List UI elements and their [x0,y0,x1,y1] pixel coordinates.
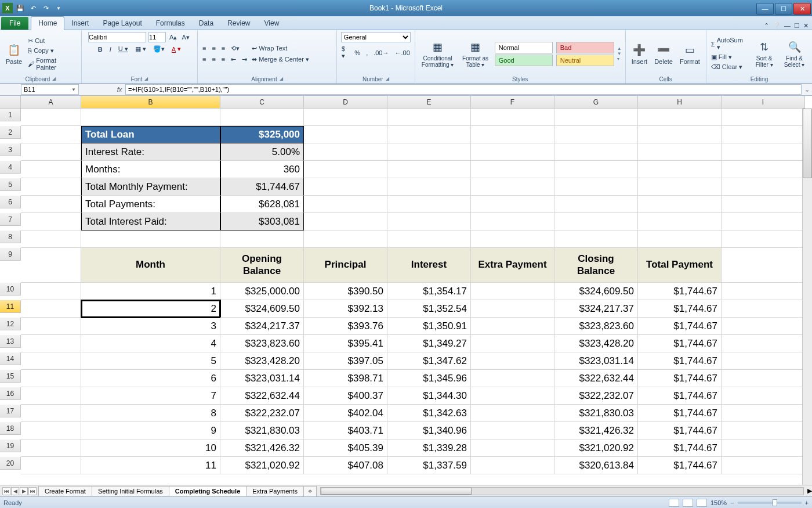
row-header[interactable]: 4 [0,161,21,174]
row-header[interactable]: 2 [0,126,21,139]
row-header[interactable]: 20 [0,457,21,470]
cell[interactable]: $1,744.67 [638,335,722,352]
sheet-tab-completing-schedule[interactable]: Completing Schedule [169,486,246,496]
cell[interactable]: $1,744.67 [638,422,722,439]
cell[interactable] [387,109,471,126]
cell[interactable]: $323,031.14 [220,370,304,387]
cell-style-bad[interactable]: Bad [556,42,614,53]
sheet-nav-last-icon[interactable]: ⏭ [28,487,37,495]
cell[interactable] [21,387,81,405]
cell[interactable] [638,178,722,196]
cell[interactable]: $1,349.27 [387,335,471,352]
cell[interactable] [304,230,387,248]
cell[interactable]: $1,340.96 [387,422,471,439]
alignment-dialog-icon[interactable]: ◢ [280,76,283,82]
zoom-slider[interactable] [738,502,802,504]
cell[interactable] [554,178,638,196]
cell[interactable] [471,178,554,196]
cell[interactable] [81,230,220,248]
cell[interactable] [638,161,722,178]
cell[interactable] [471,352,554,370]
workbook-restore-icon[interactable]: ☐ [794,22,800,30]
font-dialog-icon[interactable]: ◢ [144,76,148,82]
cell[interactable]: Months: [81,161,220,178]
cell[interactable] [638,196,722,213]
insert-cells-button[interactable]: ➕Insert [629,42,650,66]
format-painter-button[interactable]: 🖌Format Painter [27,56,78,71]
cell[interactable]: $402.04 [304,405,387,422]
italic-button[interactable]: I [108,45,113,53]
cell[interactable]: Interest Rate: [81,143,220,161]
underline-button[interactable]: U ▾ [117,45,129,53]
sort-filter-button[interactable]: ⇅Sort & Filter ▾ [751,39,778,69]
cell[interactable]: 360 [220,161,304,178]
name-box[interactable]: B11▼ [21,84,79,95]
font-color-button[interactable]: A▾ [171,45,182,53]
workbook-close-icon[interactable]: ✕ [803,22,809,30]
cell[interactable]: $1,744.67 [638,318,722,335]
cell[interactable] [21,161,81,178]
cell[interactable] [638,109,722,126]
cell[interactable] [21,230,81,248]
cell[interactable] [722,352,805,370]
cell[interactable]: $1,347.62 [387,352,471,370]
cell[interactable] [471,370,554,387]
cell[interactable]: $1,354.17 [387,283,471,300]
cell[interactable]: $407.08 [304,457,387,474]
zoom-thumb[interactable] [773,499,777,506]
view-page-break-icon[interactable] [697,499,707,507]
help-icon[interactable]: ❔ [773,22,781,30]
cell[interactable] [471,109,554,126]
cell[interactable]: $1,339.28 [387,439,471,457]
cell[interactable]: 8 [81,405,220,422]
minimize-button[interactable]: — [756,3,774,15]
number-dialog-icon[interactable]: ◢ [386,76,389,82]
cell[interactable] [722,457,805,474]
column-header[interactable]: F [471,96,554,109]
cell[interactable]: $1,744.67 [638,352,722,370]
orientation-icon[interactable]: ⟲▾ [230,44,241,53]
cell[interactable]: $403.71 [304,422,387,439]
clear-button[interactable]: ⌫Clear ▾ [710,63,748,71]
cell[interactable] [304,109,387,126]
cell[interactable] [21,370,81,387]
cell[interactable] [722,230,805,248]
cell[interactable] [722,387,805,405]
increase-font-icon[interactable]: A▴ [168,33,178,42]
find-select-button[interactable]: 🔍Find & Select ▾ [780,39,809,69]
cell[interactable]: $324,217.37 [554,300,638,318]
number-format-select[interactable]: General [341,32,411,42]
cell[interactable] [638,213,722,230]
cell[interactable]: $398.71 [304,370,387,387]
styles-more-icon[interactable]: ▾ [617,56,622,62]
cell[interactable]: $1,744.67 [638,370,722,387]
comma-format-icon[interactable]: , [365,49,369,57]
row-header[interactable]: 7 [0,213,21,226]
column-header[interactable]: D [304,96,387,109]
cell[interactable] [387,230,471,248]
cell[interactable] [722,213,805,230]
cell[interactable] [471,283,554,300]
workbook-minimize-icon[interactable]: — [784,22,791,30]
cell[interactable]: $323,031.14 [554,352,638,370]
vertical-scrollbar[interactable] [802,109,812,485]
column-header[interactable]: B [81,96,220,109]
view-page-layout-icon[interactable] [683,499,693,507]
cell[interactable]: $323,823.60 [220,335,304,352]
cell[interactable] [554,109,638,126]
border-button[interactable]: ▦ ▾ [134,45,147,53]
cell[interactable] [21,126,81,143]
cell[interactable] [21,178,81,196]
cell[interactable]: $393.76 [304,318,387,335]
cell[interactable] [220,230,304,248]
wrap-text-button[interactable]: ↩Wrap Text [251,44,310,53]
formula-input[interactable]: =+IF(G10>1,IF(B10="","",B10+1),"") [125,84,802,95]
accounting-format-icon[interactable]: $ ▾ [340,45,350,60]
cell[interactable] [554,161,638,178]
cell[interactable] [387,178,471,196]
cell[interactable] [554,230,638,248]
decrease-font-icon[interactable]: A▾ [180,33,190,42]
cell[interactable] [471,335,554,352]
cell[interactable] [638,230,722,248]
sheet-nav-first-icon[interactable]: ⏮ [2,487,10,495]
